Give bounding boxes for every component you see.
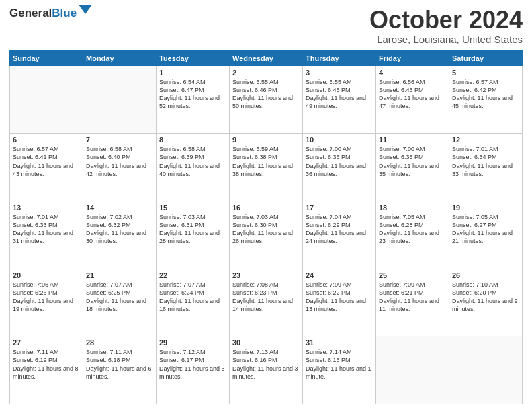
calendar-cell: 23Sunrise: 7:08 AMSunset: 6:23 PMDayligh… [230,269,303,336]
calendar-cell: 3Sunrise: 6:55 AMSunset: 6:45 PMDaylight… [303,66,376,134]
calendar-cell: 20Sunrise: 7:06 AMSunset: 6:26 PMDayligh… [10,269,83,336]
day-number: 18 [379,203,446,212]
calendar-cell: 30Sunrise: 7:13 AMSunset: 6:16 PMDayligh… [230,336,303,404]
day-info: Sunrise: 7:05 AMSunset: 6:27 PMDaylight:… [452,213,519,246]
day-number: 8 [159,136,226,144]
calendar-week-4: 20Sunrise: 7:06 AMSunset: 6:26 PMDayligh… [10,269,523,336]
day-number: 10 [306,136,373,144]
day-info: Sunrise: 7:01 AMSunset: 6:33 PMDaylight:… [13,213,80,246]
calendar-week-5: 27Sunrise: 7:11 AMSunset: 6:19 PMDayligh… [10,336,523,404]
day-number: 25 [379,271,446,279]
calendar-cell: 11Sunrise: 7:00 AMSunset: 6:35 PMDayligh… [376,134,449,201]
calendar-cell: 31Sunrise: 7:14 AMSunset: 6:16 PMDayligh… [303,336,376,404]
day-info: Sunrise: 7:00 AMSunset: 6:35 PMDaylight:… [379,145,446,178]
day-info: Sunrise: 6:55 AMSunset: 6:45 PMDaylight:… [306,78,373,111]
day-number: 20 [13,271,80,279]
calendar-cell: 9Sunrise: 6:59 AMSunset: 6:38 PMDaylight… [230,134,303,201]
logo-text: GeneralBlue [9,7,77,20]
calendar-cell: 1Sunrise: 6:54 AMSunset: 6:47 PMDaylight… [157,66,230,134]
day-info: Sunrise: 6:56 AMSunset: 6:43 PMDaylight:… [379,78,446,111]
day-info: Sunrise: 7:12 AMSunset: 6:17 PMDaylight:… [159,348,226,381]
calendar-cell [376,336,449,404]
day-info: Sunrise: 6:57 AMSunset: 6:42 PMDaylight:… [452,78,519,111]
calendar-title: October 2024 [369,7,523,34]
day-number: 12 [452,136,519,144]
day-number: 23 [232,271,300,279]
day-info: Sunrise: 6:57 AMSunset: 6:41 PMDaylight:… [13,145,80,178]
calendar-cell: 12Sunrise: 7:01 AMSunset: 6:34 PMDayligh… [449,134,523,201]
calendar-cell: 22Sunrise: 7:07 AMSunset: 6:24 PMDayligh… [157,269,230,336]
title-block: October 2024 Larose, Louisiana, United S… [369,7,523,45]
day-info: Sunrise: 7:08 AMSunset: 6:23 PMDaylight:… [232,281,300,314]
day-number: 11 [379,136,446,144]
calendar-week-1: 1Sunrise: 6:54 AMSunset: 6:47 PMDaylight… [10,66,523,134]
day-number: 19 [452,203,519,212]
day-info: Sunrise: 7:07 AMSunset: 6:24 PMDaylight:… [159,281,226,314]
day-number: 31 [306,338,373,347]
col-tuesday: Tuesday [157,50,230,66]
header: GeneralBlue October 2024 Larose, Louisia… [9,7,523,45]
col-friday: Friday [376,50,449,66]
calendar-cell: 6Sunrise: 6:57 AMSunset: 6:41 PMDaylight… [10,134,83,201]
day-info: Sunrise: 6:58 AMSunset: 6:39 PMDaylight:… [159,145,226,178]
day-info: Sunrise: 7:09 AMSunset: 6:21 PMDaylight:… [379,281,446,314]
page: GeneralBlue October 2024 Larose, Louisia… [0,0,532,411]
calendar-cell: 15Sunrise: 7:03 AMSunset: 6:31 PMDayligh… [157,201,230,269]
day-number: 26 [452,271,519,279]
day-info: Sunrise: 7:13 AMSunset: 6:16 PMDaylight:… [232,348,300,381]
day-info: Sunrise: 7:10 AMSunset: 6:20 PMDaylight:… [452,281,519,314]
day-info: Sunrise: 7:03 AMSunset: 6:31 PMDaylight:… [159,213,226,246]
calendar-cell: 7Sunrise: 6:58 AMSunset: 6:40 PMDaylight… [83,134,157,201]
day-info: Sunrise: 7:04 AMSunset: 6:29 PMDaylight:… [306,213,373,246]
calendar-cell [83,66,157,134]
day-number: 13 [13,203,80,212]
day-info: Sunrise: 7:11 AMSunset: 6:19 PMDaylight:… [13,348,80,381]
calendar-week-2: 6Sunrise: 6:57 AMSunset: 6:41 PMDaylight… [10,134,523,201]
logo: GeneralBlue [9,7,92,20]
calendar-cell: 24Sunrise: 7:09 AMSunset: 6:22 PMDayligh… [303,269,376,336]
calendar-table: Sunday Monday Tuesday Wednesday Thursday… [9,50,523,404]
col-monday: Monday [83,50,157,66]
calendar-cell: 13Sunrise: 7:01 AMSunset: 6:33 PMDayligh… [10,201,83,269]
calendar-cell: 18Sunrise: 7:05 AMSunset: 6:28 PMDayligh… [376,201,449,269]
day-number: 1 [159,68,226,77]
day-number: 24 [306,271,373,279]
day-number: 14 [86,203,153,212]
day-info: Sunrise: 7:02 AMSunset: 6:32 PMDaylight:… [86,213,153,246]
calendar-cell: 25Sunrise: 7:09 AMSunset: 6:21 PMDayligh… [376,269,449,336]
day-info: Sunrise: 7:01 AMSunset: 6:34 PMDaylight:… [452,145,519,178]
day-number: 6 [13,136,80,144]
col-saturday: Saturday [449,50,523,66]
calendar-cell: 19Sunrise: 7:05 AMSunset: 6:27 PMDayligh… [449,201,523,269]
calendar-header-row: Sunday Monday Tuesday Wednesday Thursday… [10,50,523,66]
col-wednesday: Wednesday [230,50,303,66]
day-number: 15 [159,203,226,212]
day-number: 28 [86,338,153,347]
day-number: 17 [306,203,373,212]
day-number: 4 [379,68,446,77]
calendar-cell: 21Sunrise: 7:07 AMSunset: 6:25 PMDayligh… [83,269,157,336]
day-info: Sunrise: 7:14 AMSunset: 6:16 PMDaylight:… [306,348,373,381]
calendar-cell: 8Sunrise: 6:58 AMSunset: 6:39 PMDaylight… [157,134,230,201]
day-info: Sunrise: 7:06 AMSunset: 6:26 PMDaylight:… [13,281,80,314]
day-info: Sunrise: 7:05 AMSunset: 6:28 PMDaylight:… [379,213,446,246]
calendar-cell: 29Sunrise: 7:12 AMSunset: 6:17 PMDayligh… [157,336,230,404]
calendar-cell [449,336,523,404]
day-info: Sunrise: 6:58 AMSunset: 6:40 PMDaylight:… [86,145,153,178]
day-info: Sunrise: 7:09 AMSunset: 6:22 PMDaylight:… [306,281,373,314]
day-number: 9 [232,136,300,144]
calendar-week-3: 13Sunrise: 7:01 AMSunset: 6:33 PMDayligh… [10,201,523,269]
day-info: Sunrise: 6:54 AMSunset: 6:47 PMDaylight:… [159,78,226,111]
day-info: Sunrise: 7:00 AMSunset: 6:36 PMDaylight:… [306,145,373,178]
day-number: 21 [86,271,153,279]
day-number: 29 [159,338,226,347]
day-number: 16 [232,203,300,212]
day-info: Sunrise: 7:07 AMSunset: 6:25 PMDaylight:… [86,281,153,314]
calendar-cell: 5Sunrise: 6:57 AMSunset: 6:42 PMDaylight… [449,66,523,134]
day-info: Sunrise: 6:59 AMSunset: 6:38 PMDaylight:… [232,145,300,178]
calendar-cell [10,66,83,134]
logo-icon [79,5,92,19]
day-number: 22 [159,271,226,279]
svg-marker-0 [79,5,92,14]
calendar-cell: 26Sunrise: 7:10 AMSunset: 6:20 PMDayligh… [449,269,523,336]
